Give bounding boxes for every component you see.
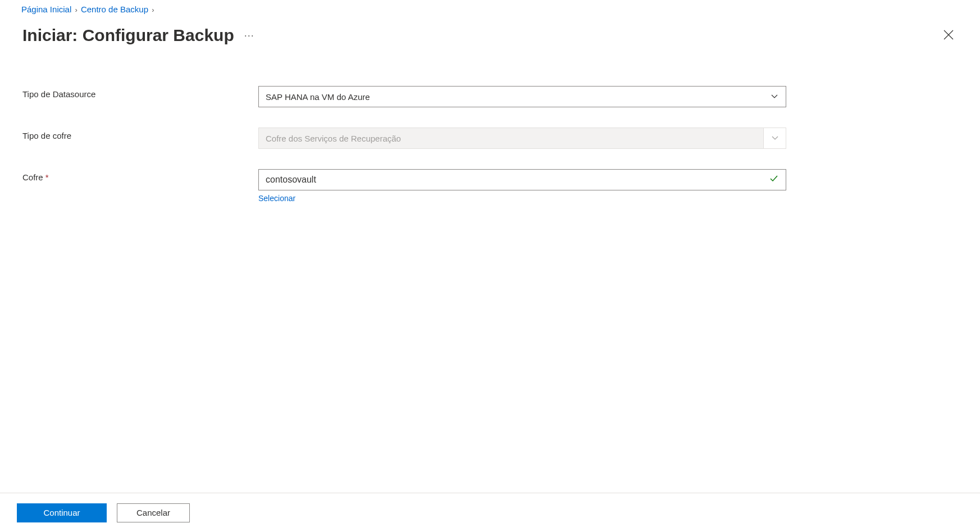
- vault-input-value: contosovault: [266, 175, 316, 185]
- page-title: Iniciar: Configurar Backup: [22, 26, 234, 45]
- datasource-type-value: SAP HANA na VM do Azure: [266, 92, 370, 102]
- form-area: Tipo de Datasource SAP HANA na VM do Azu…: [0, 52, 980, 234]
- footer: Continuar Cancelar: [0, 493, 980, 532]
- more-icon[interactable]: ···: [244, 30, 254, 42]
- vault-type-label: Tipo de cofre: [22, 128, 258, 140]
- chevron-right-icon: ›: [152, 6, 154, 14]
- check-icon: [769, 174, 779, 186]
- datasource-type-row: Tipo de Datasource SAP HANA na VM do Azu…: [22, 86, 958, 107]
- vault-select-link[interactable]: Selecionar: [258, 194, 295, 203]
- datasource-type-label: Tipo de Datasource: [22, 86, 258, 99]
- breadcrumb-home-link[interactable]: Página Inicial: [21, 4, 71, 14]
- vault-type-value: Cofre dos Serviços de Recuperação: [266, 134, 401, 143]
- required-asterisk: *: [45, 172, 49, 182]
- cancel-button[interactable]: Cancelar: [117, 503, 190, 522]
- vault-label: Cofre*: [22, 169, 258, 182]
- breadcrumb: Página Inicial › Centro de Backup ›: [0, 0, 980, 14]
- close-icon[interactable]: [940, 24, 958, 47]
- vault-input[interactable]: contosovault: [258, 169, 786, 190]
- chevron-right-icon: ›: [75, 6, 77, 14]
- chevron-down-icon: [770, 92, 779, 102]
- vault-type-row: Tipo de cofre Cofre dos Serviços de Recu…: [22, 128, 958, 149]
- datasource-type-dropdown[interactable]: SAP HANA na VM do Azure: [258, 86, 786, 107]
- chevron-down-icon: [771, 133, 780, 144]
- vault-type-dropdown: Cofre dos Serviços de Recuperação: [258, 128, 786, 149]
- breadcrumb-backup-center-link[interactable]: Centro de Backup: [81, 4, 148, 14]
- continue-button[interactable]: Continuar: [17, 503, 107, 522]
- vault-row: Cofre* contosovault Selecionar: [22, 169, 958, 203]
- title-row: Iniciar: Configurar Backup ···: [0, 14, 980, 52]
